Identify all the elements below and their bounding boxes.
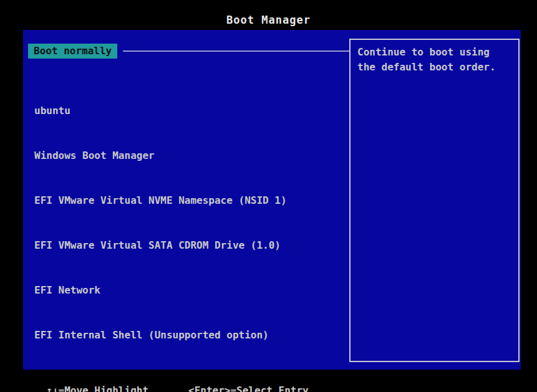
menu-item-efi-internal-shell[interactable]: EFI Internal Shell (Unsupported option) — [34, 328, 287, 343]
menu-item-boot-normally-selected[interactable]: Boot normally — [28, 44, 117, 59]
separator-line — [123, 50, 350, 52]
help-text-line-1: Continue to boot using — [357, 45, 511, 60]
hint-select-entry: <Enter>=Select Entry — [188, 385, 309, 392]
page-title: Boot Manager — [0, 14, 537, 26]
menu-item-windows-boot-manager[interactable]: Windows Boot Manager — [34, 148, 287, 163]
boot-menu-list: ubuntu Windows Boot Manager EFI VMware V… — [34, 74, 287, 392]
menu-item-efi-sata-cdrom[interactable]: EFI VMware Virtual SATA CDROM Drive (1.0… — [34, 238, 287, 253]
boot-manager-panel: Boot normally ubuntu Windows Boot Manage… — [23, 30, 521, 370]
hint-move-highlight: ↑↓=Move Highlight — [46, 385, 148, 392]
help-panel: Continue to boot using the default boot … — [349, 39, 520, 362]
menu-item-ubuntu[interactable]: ubuntu — [34, 103, 287, 118]
menu-item-efi-nvme-namespace[interactable]: EFI VMware Virtual NVME Namespace (NSID … — [34, 193, 287, 208]
menu-item-efi-network[interactable]: EFI Network — [34, 283, 287, 298]
footer-key-hints: ↑↓=Move Highlight<Enter>=Select Entry — [34, 370, 309, 392]
help-text-line-2: the default boot order. — [357, 60, 511, 75]
